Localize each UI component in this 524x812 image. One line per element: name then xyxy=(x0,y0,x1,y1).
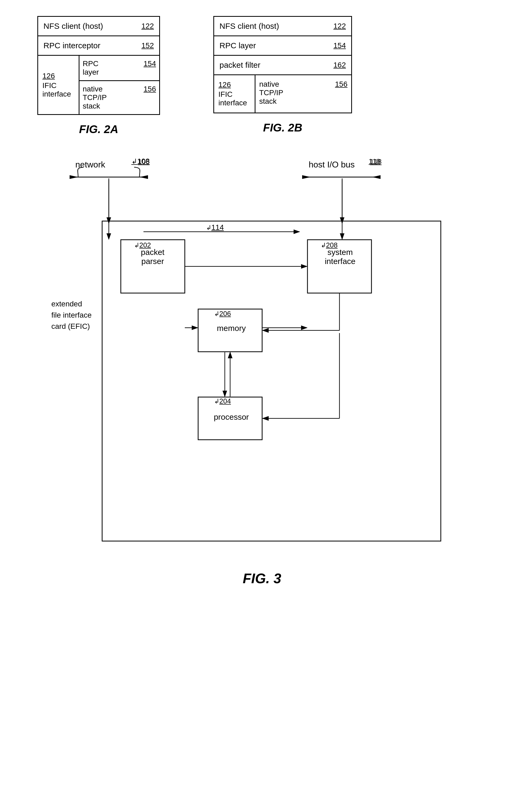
fig2b-row1: NFS client (host) 122 xyxy=(214,17,351,36)
processor-ref: ↲204 xyxy=(214,397,231,405)
efic-label: extended file interface card (EFIC) xyxy=(51,298,98,332)
fig2a-ific-label: IFIC interface xyxy=(43,81,75,98)
fig2b-tcp: native TCP/IP stack 156 xyxy=(256,75,351,113)
fig2a-rpc-int-ref: 152 xyxy=(141,42,154,50)
page: NFS client (host) 122 RPC interceptor 15… xyxy=(0,0,524,812)
memory-ref: ↲206 xyxy=(214,310,231,318)
system-interface-label: system interface xyxy=(312,248,368,266)
fig2a-diagram: NFS client (host) 122 RPC interceptor 15… xyxy=(37,16,160,115)
fig2b-tcp-label: native TCP/IP stack xyxy=(259,80,283,105)
fig2a-rpc-layer: RPC layer 154 xyxy=(80,56,159,81)
fig2a-tcp-label: native TCP/IP stack xyxy=(83,85,107,111)
packet-parser-label: packet parser xyxy=(126,248,179,266)
fig2a-rpc-int-label: RPC interceptor xyxy=(44,41,100,50)
fig2b-diagram: NFS client (host) 122 RPC layer 154 pack… xyxy=(213,16,352,113)
fig2a-ific-ref: 126 xyxy=(43,72,55,80)
fig2b-rpc-ref: 154 xyxy=(333,42,346,50)
host-io-ref-num: 118 xyxy=(370,158,381,166)
processor-label: processor xyxy=(211,413,251,421)
network-ref-num: 108 xyxy=(138,158,150,166)
bus-ref-label: ↲114 xyxy=(206,223,224,232)
host-io-label: host I/O bus xyxy=(309,160,355,170)
fig2b-ific-ref: 126 xyxy=(218,81,231,89)
fig2a-ific: 126 IFIC interface xyxy=(38,56,80,114)
fig2a-right-col: RPC layer 154 native TCP/IP stack 156 xyxy=(80,56,159,114)
memory-label: memory xyxy=(211,324,251,333)
network-label: network xyxy=(76,160,105,170)
fig2b-nfs-ref: 122 xyxy=(333,22,346,30)
fig3-section: network ↲108 host I/O bus 118 ↲114 packe… xyxy=(21,157,503,586)
fig3-label: FIG. 3 xyxy=(243,570,281,586)
fig2b-pf-ref: 162 xyxy=(333,61,346,69)
fig3-svg xyxy=(49,157,475,557)
fig2a-tcp: native TCP/IP stack 156 xyxy=(80,81,159,114)
fig2b-row2: RPC layer 154 xyxy=(214,36,351,56)
fig2b-label: FIG. 2B xyxy=(263,121,302,134)
fig2a-rpc-layer-ref: 154 xyxy=(144,60,156,68)
fig2a-tcp-ref: 156 xyxy=(144,85,156,93)
fig2a-block: NFS client (host) 122 RPC interceptor 15… xyxy=(37,16,160,136)
fig2a-label: FIG. 2A xyxy=(79,123,118,136)
fig2b-row3: packet filter 162 xyxy=(214,56,351,75)
fig2b-bottom: 126 IFIC interface native TCP/IP stack 1… xyxy=(214,75,351,113)
fig2b-tcp-ref: 156 xyxy=(335,80,347,88)
fig2b-rpc-label: RPC layer xyxy=(219,41,256,50)
top-section: NFS client (host) 122 RPC interceptor 15… xyxy=(21,16,503,136)
fig2a-row1: NFS client (host) 122 xyxy=(38,17,159,36)
fig2b-nfs-label: NFS client (host) xyxy=(219,21,279,31)
fig2a-rpc-layer-label: RPC layer xyxy=(83,60,99,77)
fig2b-ific-label: IFIC interface xyxy=(218,90,250,107)
system-interface-ref: ↲208 xyxy=(321,241,338,249)
fig2a-row2: RPC interceptor 152 xyxy=(38,36,159,56)
fig2b-pf-label: packet filter xyxy=(219,61,260,70)
packet-parser-ref: ↲202 xyxy=(134,241,151,249)
fig2b-ific: 126 IFIC interface xyxy=(214,75,256,113)
fig2a-row3: 126 IFIC interface RPC layer 154 native … xyxy=(38,56,159,114)
fig2a-nfs-label: NFS client (host) xyxy=(44,21,103,31)
fig2a-nfs-ref: 122 xyxy=(141,22,154,30)
fig3-container: network ↲108 host I/O bus 118 ↲114 packe… xyxy=(49,157,475,557)
fig2b-block: NFS client (host) 122 RPC layer 154 pack… xyxy=(213,16,352,134)
